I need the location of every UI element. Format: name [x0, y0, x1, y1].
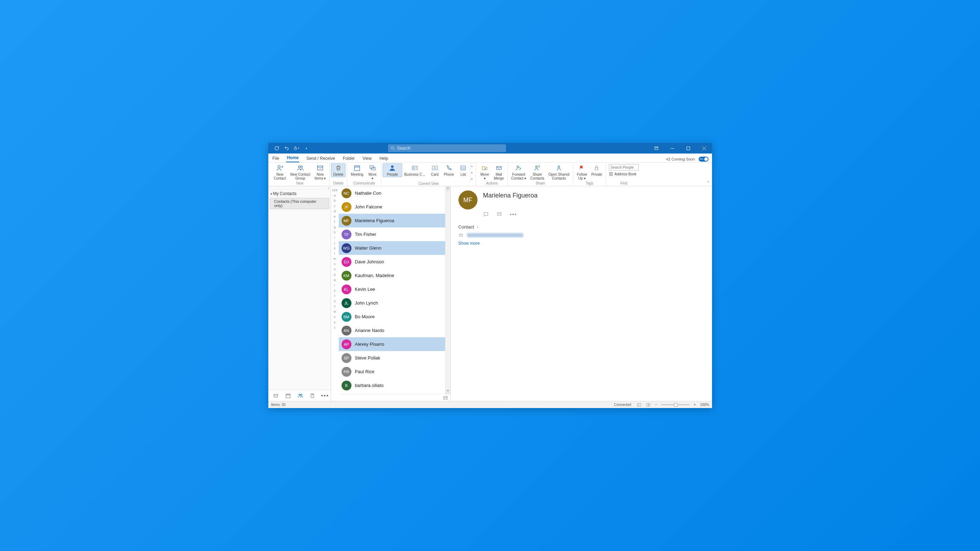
- contact-row[interactable]: MFMarielena Figueroa: [339, 214, 450, 227]
- alpha-x[interactable]: x: [331, 314, 339, 320]
- zoom-in-icon[interactable]: +: [692, 403, 698, 407]
- contact-row[interactable]: APAlexey Pisarro: [339, 337, 450, 351]
- alpha-u[interactable]: u: [331, 299, 339, 304]
- alpha-h[interactable]: h: [331, 230, 339, 235]
- minimize-button[interactable]: [665, 143, 680, 154]
- contact-row[interactable]: SPSteve Pollak: [339, 351, 450, 365]
- ribbon-display-icon[interactable]: [649, 143, 665, 154]
- alpha-index[interactable]: 123abcdefghijklmnopqrstuvwxyz: [331, 186, 339, 401]
- alpha-c[interactable]: c: [331, 203, 339, 209]
- contact-row[interactable]: TFTim Fisher: [339, 227, 450, 241]
- maximize-button[interactable]: [680, 143, 696, 154]
- alpha-f[interactable]: f: [331, 219, 339, 225]
- alpha-p[interactable]: p: [331, 272, 339, 278]
- contact-row[interactable]: JLJohn Lynch: [339, 296, 450, 310]
- scroll-down-icon[interactable]: ▾: [445, 389, 450, 394]
- nav-more-icon[interactable]: •••: [321, 392, 329, 399]
- view-reading-icon[interactable]: [644, 403, 653, 407]
- chat-icon[interactable]: [483, 211, 489, 217]
- private-button[interactable]: Private: [589, 164, 604, 177]
- meeting-button[interactable]: Meeting: [348, 164, 366, 177]
- open-shared-contacts-button[interactable]: Open Shared Contacts: [547, 164, 572, 181]
- alpha-123[interactable]: 123: [331, 187, 339, 193]
- alpha-s[interactable]: s: [331, 288, 339, 293]
- alpha-i[interactable]: i: [331, 235, 339, 240]
- global-search[interactable]: Search: [388, 144, 506, 152]
- more-communicate-button[interactable]: More ▾: [366, 164, 380, 181]
- list-scrollbar[interactable]: ▴ ▾: [445, 186, 450, 394]
- nav-people-icon[interactable]: [297, 393, 304, 399]
- contact-row[interactable]: ANArianne Nardo: [339, 324, 450, 337]
- nav-tasks-icon[interactable]: [310, 393, 315, 399]
- mail-merge-button[interactable]: Mail Merge: [492, 164, 506, 181]
- coming-soon[interactable]: Coming Soon: [666, 157, 695, 161]
- nav-mail-icon[interactable]: [272, 393, 279, 398]
- alpha-j[interactable]: j: [331, 240, 339, 246]
- sync-icon[interactable]: [274, 145, 280, 151]
- contact-row[interactable]: WGWalter Glenn: [339, 241, 450, 255]
- new-contact-group-button[interactable]: New Contact Group: [288, 164, 312, 181]
- tab-view[interactable]: View: [362, 154, 372, 162]
- delete-button[interactable]: Delete: [331, 164, 345, 177]
- collapse-ribbon-icon[interactable]: ˄: [707, 181, 709, 186]
- address-book-button[interactable]: Address Book: [609, 172, 639, 176]
- tab-folder[interactable]: Folder: [342, 154, 356, 162]
- alpha-z[interactable]: z: [331, 325, 339, 330]
- view-list-button[interactable]: List: [456, 164, 470, 177]
- contact-row[interactable]: BMBo Moore: [339, 310, 450, 324]
- nav-folder-contacts[interactable]: Contacts (This computer only): [270, 198, 329, 209]
- contact-row[interactable]: PRPaul Rice: [339, 365, 450, 378]
- alpha-r[interactable]: r: [331, 283, 339, 288]
- close-button[interactable]: [696, 143, 712, 154]
- new-contact-button[interactable]: New Contact: [272, 164, 288, 181]
- contact-row[interactable]: NCNathalie Con: [339, 186, 450, 200]
- coming-soon-toggle[interactable]: On: [698, 157, 708, 162]
- tab-help[interactable]: Help: [379, 154, 389, 162]
- undo-icon[interactable]: [283, 145, 290, 151]
- contact-row[interactable]: KMKaufman, Madeline: [339, 268, 450, 283]
- people-pane-toggle[interactable]: [339, 394, 450, 401]
- view-card-button[interactable]: Card: [428, 164, 442, 177]
- view-gallery-scroll[interactable]: ▴▾▾: [470, 164, 474, 182]
- view-normal-icon[interactable]: [635, 403, 644, 407]
- alpha-q[interactable]: q: [331, 278, 339, 283]
- alpha-m[interactable]: m: [331, 256, 339, 262]
- alpha-n[interactable]: n: [331, 262, 339, 267]
- alpha-a[interactable]: a: [331, 193, 339, 198]
- forward-contact-button[interactable]: Forward Contact ▾: [509, 164, 528, 181]
- follow-up-button[interactable]: Follow Up ▾: [575, 164, 589, 181]
- scroll-up-icon[interactable]: ▴: [445, 186, 450, 191]
- nav-collapse-icon[interactable]: ‹: [268, 186, 331, 190]
- contact-row[interactable]: KLKevin Lee: [339, 283, 450, 296]
- view-people-button[interactable]: People: [383, 164, 402, 177]
- tab-send-receive[interactable]: Send / Receive: [305, 154, 336, 162]
- view-business-card-button[interactable]: Business C…: [402, 164, 428, 177]
- more-actions-icon[interactable]: •••: [510, 211, 517, 217]
- alpha-w[interactable]: w: [331, 309, 339, 314]
- alpha-v[interactable]: v: [331, 304, 339, 309]
- nav-my-contacts[interactable]: My Contacts: [268, 190, 331, 197]
- alpha-l[interactable]: l: [331, 251, 339, 256]
- alpha-o[interactable]: o: [331, 267, 339, 272]
- zoom-out-icon[interactable]: −: [653, 403, 659, 407]
- tab-file[interactable]: File: [272, 154, 280, 162]
- nav-calendar-icon[interactable]: [285, 393, 291, 399]
- alpha-k[interactable]: k: [331, 246, 339, 251]
- zoom-slider[interactable]: [661, 404, 689, 405]
- search-people-input[interactable]: [609, 164, 639, 170]
- alpha-d[interactable]: d: [331, 209, 339, 214]
- alpha-g[interactable]: g: [331, 225, 339, 230]
- customize-qat-icon[interactable]: ▾: [303, 145, 310, 151]
- touch-mode-icon[interactable]: ▾: [293, 145, 300, 151]
- new-items-button[interactable]: New Items ▾: [312, 164, 328, 181]
- contact-row[interactable]: DJDave Johnson: [339, 255, 450, 268]
- alpha-y[interactable]: y: [331, 320, 339, 325]
- view-phone-button[interactable]: Phone: [442, 164, 457, 177]
- alpha-e[interactable]: e: [331, 214, 339, 219]
- tab-home[interactable]: Home: [286, 154, 299, 162]
- move-button[interactable]: Move ▾: [477, 164, 492, 181]
- share-contacts-button[interactable]: Share Contacts: [528, 164, 546, 181]
- alpha-t[interactable]: t: [331, 293, 339, 299]
- contact-row[interactable]: Bbarbara.siliato: [339, 378, 450, 392]
- contact-row[interactable]: JFJohn Falcone: [339, 200, 450, 214]
